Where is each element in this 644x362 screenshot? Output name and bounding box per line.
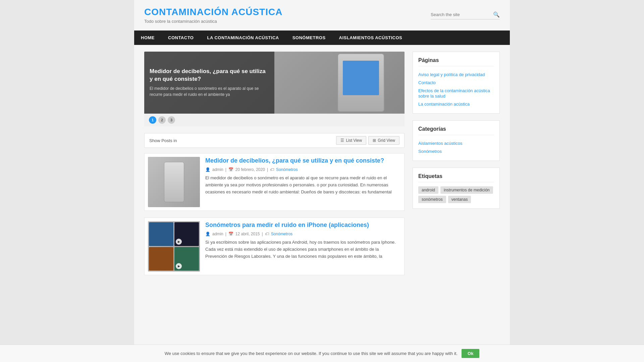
nav-aislamientos[interactable]: AISLAMIENTOS ACÚSTICOS: [332, 31, 409, 45]
post-item-2: ▶ ▶ Sonómetros para medir el ruido en iP…: [144, 218, 405, 275]
category-link-1: Aislamientos acústicos: [418, 139, 494, 147]
pipe-sep-3: |: [225, 232, 226, 236]
post-thumbnail-1: [148, 157, 200, 207]
pipe-sep: |: [225, 167, 226, 172]
content-area: Medidor de decibelios, ¿para qué se util…: [134, 45, 510, 289]
nav-contacto[interactable]: CONTACTO: [161, 31, 200, 45]
cat-link-sonometros[interactable]: Sonómetros: [418, 149, 442, 154]
category-link-2: Sonómetros: [418, 147, 494, 155]
post-body-2: Sonómetros para medir el ruido en iPhone…: [205, 221, 401, 272]
slider-phone-screen: [343, 61, 379, 95]
main-nav: HOME CONTACTO LA CONTAMINACIÓN ACÚSTICA …: [134, 31, 510, 45]
slider-device-image: [337, 53, 384, 112]
app-thumb-1: [149, 222, 173, 246]
device-image: [164, 162, 184, 202]
post-thumbnail-2: ▶ ▶: [148, 221, 200, 272]
slider-dot-3[interactable]: 3: [168, 116, 175, 124]
app-thumb-3: [149, 247, 173, 271]
nav-home[interactable]: HOME: [134, 31, 161, 45]
grid-view-label: Grid View: [378, 138, 395, 143]
page-link-contacto[interactable]: Contacto: [418, 80, 436, 85]
post-title-1[interactable]: Medidor de decibelios, ¿para qué se util…: [205, 157, 401, 165]
search-form: 🔍: [431, 11, 500, 19]
page-link-3: Efectos de la contaminación acústica sob…: [418, 86, 494, 100]
date-icon: 📅: [228, 167, 233, 172]
view-toggle-label: Show Posts in: [149, 138, 177, 143]
post-author-2: admin: [212, 232, 223, 236]
post-excerpt-1: El medidor de decibelios o sonómetro es …: [205, 175, 401, 195]
play-icon-2: ▶: [176, 263, 182, 269]
page-link-efectos[interactable]: Efectos de la contaminación acústica sob…: [418, 88, 490, 99]
post-body-1: Medidor de decibelios, ¿para qué se util…: [205, 157, 401, 207]
grid-view-button[interactable]: ⊞ Grid View: [368, 136, 399, 145]
pages-widget: Páginas Aviso legal y política de privac…: [413, 52, 500, 114]
site-branding: CONTAMINACIÓN ACÚSTICA Todo sobre la con…: [144, 7, 282, 24]
main-content: Medidor de decibelios, ¿para qué se util…: [144, 52, 405, 282]
author-icon: 👤: [205, 167, 210, 172]
search-icon[interactable]: 🔍: [493, 11, 500, 18]
site-title: CONTAMINACIÓN ACÚSTICA: [144, 7, 282, 17]
post-category-1[interactable]: Sonómetros: [276, 167, 298, 172]
tag-instrumentos[interactable]: instrumentos de medición: [440, 186, 493, 194]
page-link-1: Aviso legal y política de privacidad: [418, 70, 494, 78]
date-icon-2: 📅: [228, 232, 233, 236]
list-view-label: List View: [346, 138, 362, 143]
app-thumb-2: ▶: [174, 222, 199, 246]
nav-la-contaminacion[interactable]: LA CONTAMINACIÓN ACÚSTICA: [200, 31, 285, 45]
post-author-1: admin: [212, 167, 223, 172]
tag-ventanas[interactable]: ventanas: [448, 196, 471, 203]
post-date-1: 20 febrero, 2020: [235, 167, 265, 172]
post-item: Medidor de decibelios, ¿para qué se util…: [144, 153, 405, 211]
pipe-sep-2: |: [267, 167, 268, 172]
slider-title: Medidor de decibelios, ¿para qué se util…: [150, 68, 269, 82]
categories-widget-title: Categorías: [418, 126, 494, 135]
pages-widget-title: Páginas: [418, 57, 494, 66]
post-excerpt-2: Si ya escribimos sobre las aplicaciones …: [205, 239, 401, 260]
post-category-2[interactable]: Sonómetros: [271, 232, 293, 236]
slider-dot-2[interactable]: 2: [158, 116, 166, 124]
post-date-2: 12 abril, 2015: [235, 232, 260, 236]
cookie-ok-button[interactable]: Ok: [462, 349, 479, 358]
site-header: CONTAMINACIÓN ACÚSTICA Todo sobre la con…: [134, 0, 510, 31]
grid-view-icon: ⊞: [373, 138, 376, 143]
tag-icon-2: 🏷: [265, 232, 269, 236]
post-title-2[interactable]: Sonómetros para medir el ruido en iPhone…: [205, 221, 401, 229]
nav-sonometros[interactable]: SONÓMETROS: [286, 31, 332, 45]
site-tagline: Todo sobre la contaminación acústica: [144, 19, 282, 24]
featured-slider: Medidor de decibelios, ¿para qué se util…: [144, 52, 405, 126]
author-icon-2: 👤: [205, 232, 210, 236]
cookie-notice: We use cookies to ensure that we give yo…: [0, 345, 644, 362]
post-meta-2: 👤 admin | 📅 12 abril, 2015 | 🏷 Sonómetro…: [205, 232, 401, 236]
slider-overlay: Medidor de decibelios, ¿para qué se util…: [144, 52, 274, 114]
slider-dot-1[interactable]: 1: [149, 116, 156, 124]
list-view-button[interactable]: ☰ List View: [336, 136, 366, 145]
tag-cloud: android instrumentos de medición sonómet…: [418, 186, 494, 203]
tag-icon: 🏷: [270, 167, 274, 172]
list-view-icon: ☰: [340, 138, 344, 143]
slider-dots: 1 2 3: [144, 114, 405, 126]
page-link-2: Contacto: [418, 78, 494, 86]
play-icon-1: ▶: [176, 239, 182, 245]
pages-list: Aviso legal y política de privacidad Con…: [418, 70, 494, 108]
post-meta-1: 👤 admin | 📅 20 febrero, 2020 | 🏷 Sonómet…: [205, 167, 401, 172]
cookie-text: We use cookies to ensure that we give yo…: [165, 351, 458, 356]
view-buttons: ☰ List View ⊞ Grid View: [336, 136, 399, 145]
view-toggle: Show Posts in ☰ List View ⊞ Grid View: [144, 133, 405, 148]
slider-excerpt: El medidor de decibelios o sonómetro es …: [150, 85, 269, 98]
pipe-sep-4: |: [262, 232, 263, 236]
page-link-contaminacion[interactable]: La contaminación acústica: [418, 102, 470, 107]
slider-image: Medidor de decibelios, ¿para qué se util…: [144, 52, 405, 114]
search-input[interactable]: [431, 12, 491, 17]
tags-widget-title: Etiquetas: [418, 173, 494, 182]
app-thumb-4: ▶: [174, 247, 199, 271]
sidebar: Páginas Aviso legal y política de privac…: [413, 52, 500, 282]
tag-sonometros[interactable]: sonómetros: [418, 196, 446, 203]
page-link-4: La contaminación acústica: [418, 100, 494, 108]
page-link-aviso[interactable]: Aviso legal y política de privacidad: [418, 72, 485, 77]
cat-link-aislamientos[interactable]: Aislamientos acústicos: [418, 141, 463, 146]
apps-grid-image: ▶ ▶: [148, 221, 200, 272]
categories-widget: Categorías Aislamientos acústicos Sonóme…: [413, 120, 500, 161]
categories-list: Aislamientos acústicos Sonómetros: [418, 139, 494, 155]
tags-widget: Etiquetas android instrumentos de medici…: [413, 168, 500, 209]
tag-android[interactable]: android: [418, 186, 438, 194]
